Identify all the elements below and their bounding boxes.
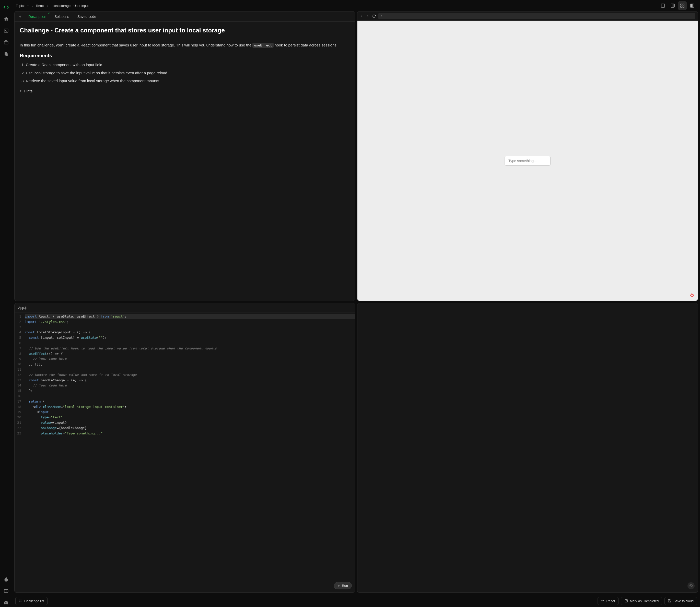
code-line: 17 return ( xyxy=(15,399,355,404)
svg-rect-13 xyxy=(681,4,682,5)
list-icon xyxy=(19,599,22,603)
preview-input[interactable] xyxy=(504,156,551,166)
console-panel xyxy=(357,303,698,593)
code-line: 13 const handleChange = (e) => { xyxy=(15,378,355,383)
code-line: 15 }; xyxy=(15,388,355,394)
list-item: Use local storage to save the input valu… xyxy=(26,70,350,76)
code-line: 11 xyxy=(15,367,355,372)
mark-completed-button[interactable]: Mark as Completed xyxy=(621,597,662,605)
code-line: 10 }, []); xyxy=(15,362,355,367)
run-button[interactable]: Run xyxy=(334,582,352,589)
svg-rect-16 xyxy=(683,6,684,7)
challenge-list-button[interactable]: Challenge list xyxy=(15,597,47,605)
main-area: Topics / React / Local storage - User in… xyxy=(12,0,700,607)
home-icon[interactable] xyxy=(2,15,10,23)
code-line: 16 xyxy=(15,394,355,399)
code-line: 2import './styles.css'; xyxy=(15,319,355,325)
desc-tabs: Description ✕ Solutions Saved code xyxy=(15,12,355,22)
preview-body xyxy=(357,21,698,301)
caret-right-icon xyxy=(20,90,22,92)
list-item: Retrieve the saved input value from loca… xyxy=(26,78,350,84)
panels-grid: Description ✕ Solutions Saved code Chall… xyxy=(12,11,700,595)
terminal-icon[interactable] xyxy=(2,26,10,35)
description-panel: Description ✕ Solutions Saved code Chall… xyxy=(14,11,355,301)
breadcrumb-framework[interactable]: React xyxy=(36,4,44,8)
svg-rect-14 xyxy=(683,4,684,5)
svg-rect-17 xyxy=(690,4,694,7)
save-cloud-button[interactable]: Save to cloud xyxy=(664,597,697,605)
svg-line-26 xyxy=(690,585,692,587)
challenge-title: Challenge - Create a component that stor… xyxy=(20,26,350,38)
code-line: 5 const [input, setInput] = useState("")… xyxy=(15,335,355,340)
ban-icon xyxy=(689,584,693,588)
logo-icon[interactable] xyxy=(2,3,10,11)
code-line: 7 // Use the useEffect hook to load the … xyxy=(15,346,355,351)
add-tab-button[interactable] xyxy=(17,13,24,20)
clear-console-button[interactable] xyxy=(687,582,695,589)
play-icon xyxy=(338,585,340,587)
bottom-bar: Challenge list Reset Mark as Completed S… xyxy=(12,595,700,607)
list-item: Create a React component with an input f… xyxy=(26,62,350,68)
requirements-list: Create a React component with an input f… xyxy=(20,62,350,84)
svg-rect-15 xyxy=(681,6,682,7)
breadcrumb-separator: / xyxy=(33,4,34,8)
requirements-heading: Requirements xyxy=(20,53,350,59)
code-editor[interactable]: 1import React, { useState, useEffect } f… xyxy=(15,312,355,592)
briefcase-icon[interactable] xyxy=(2,38,10,46)
file-tab[interactable]: App.js xyxy=(18,306,27,310)
svg-rect-0 xyxy=(4,29,8,32)
save-icon xyxy=(668,599,672,603)
nav-forward-icon[interactable] xyxy=(366,14,370,18)
close-icon[interactable]: ✕ xyxy=(48,12,50,15)
check-square-icon xyxy=(624,599,628,603)
code-line: 18 <div className="local-storage-input-c… xyxy=(15,404,355,410)
code-line: 1import React, { useState, useEffect } f… xyxy=(15,314,355,319)
tab-description[interactable]: Description ✕ xyxy=(25,13,50,21)
left-rail xyxy=(0,0,12,607)
code-line: 20 type="text" xyxy=(15,415,355,420)
code-line: 8 useEffect(() => { xyxy=(15,351,355,357)
undo-icon xyxy=(601,599,604,603)
tab-solutions[interactable]: Solutions xyxy=(51,13,73,21)
code-line: 4const LocalStorageInput = () => { xyxy=(15,330,355,335)
description-content: Challenge - Create a component that stor… xyxy=(15,22,355,301)
code-line: 12 // Update the input value and save it… xyxy=(15,372,355,378)
url-bar[interactable]: / xyxy=(378,13,695,19)
feedback-icon[interactable] xyxy=(2,587,10,595)
svg-point-7 xyxy=(6,590,6,590)
svg-rect-3 xyxy=(6,53,8,56)
copy-icon[interactable] xyxy=(2,50,10,58)
code-line: 21 value={input} xyxy=(15,420,355,425)
svg-rect-33 xyxy=(625,600,627,602)
topics-dropdown[interactable]: Topics xyxy=(16,4,30,8)
inline-code: useEffect xyxy=(253,43,273,48)
svg-rect-1 xyxy=(4,41,8,44)
discord-icon[interactable] xyxy=(2,599,10,607)
code-line: 19 <input xyxy=(15,410,355,415)
file-tabs: App.js xyxy=(15,303,355,312)
hints-toggle[interactable]: Hints xyxy=(20,89,350,93)
layout-single-icon[interactable] xyxy=(659,1,667,10)
svg-rect-5 xyxy=(6,578,6,578)
layout-columns-icon[interactable] xyxy=(668,1,677,10)
code-editor-panel: App.js 1import React, { useState, useEff… xyxy=(14,303,355,593)
layout-grid-dense-icon[interactable] xyxy=(688,1,696,10)
tab-saved-code[interactable]: Saved code xyxy=(74,13,100,21)
refresh-icon[interactable] xyxy=(372,14,376,18)
layout-grid-icon[interactable] xyxy=(678,1,687,10)
nav-back-icon[interactable] xyxy=(360,14,363,18)
svg-point-24 xyxy=(691,295,693,297)
svg-rect-10 xyxy=(671,4,675,7)
challenge-intro: In this fun challenge, you'll create a R… xyxy=(20,42,350,48)
breadcrumb-page: Local storage - User input xyxy=(51,4,89,8)
code-line: 14 // Your code here xyxy=(15,383,355,388)
bug-icon[interactable] xyxy=(689,293,695,298)
code-line: 23 placeholder="Type something..." xyxy=(15,431,355,436)
top-bar: Topics / React / Local storage - User in… xyxy=(12,0,700,11)
reset-button[interactable]: Reset xyxy=(598,597,619,605)
stopwatch-icon[interactable] xyxy=(2,575,10,584)
code-line: 3 xyxy=(15,325,355,330)
chevron-down-icon xyxy=(27,4,30,7)
browser-bar: / xyxy=(357,12,698,21)
svg-point-4 xyxy=(4,578,8,582)
